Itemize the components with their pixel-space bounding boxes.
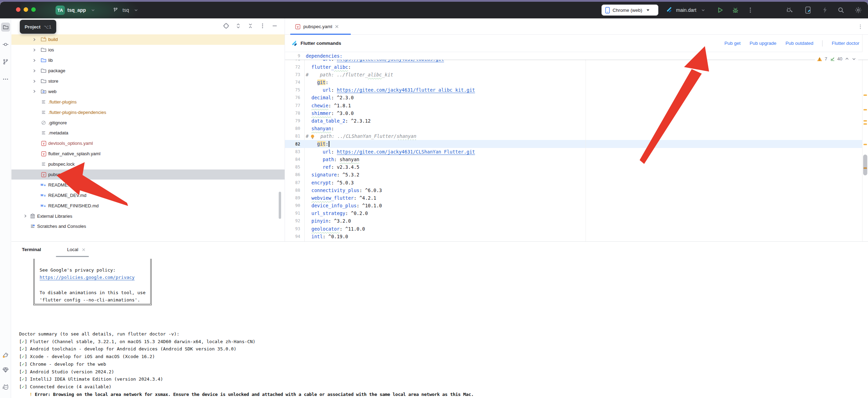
- tree-row-package[interactable]: package: [11, 66, 285, 76]
- code-line-86[interactable]: 86 signature: ^5.3.2: [285, 171, 868, 179]
- code-line-77[interactable]: 77 chewie: ^1.8.1: [285, 102, 868, 109]
- code-editor[interactable]: 7 40 9 dependencies: 71 url: https://git…: [285, 52, 868, 241]
- tree-row-store[interactable]: store: [11, 76, 285, 86]
- close-terminal-tab-icon[interactable]: [82, 248, 85, 251]
- pen-plugin-icon[interactable]: [1, 351, 10, 360]
- tree-row-readme-dev-md[interactable]: MREADME_DEV.md: [11, 190, 285, 200]
- code-line-89[interactable]: 89 webview_flutter: ^4.2.1: [285, 194, 868, 202]
- more-actions-button[interactable]: [746, 6, 755, 15]
- chevron-right-icon[interactable]: [32, 47, 37, 53]
- run-button[interactable]: [716, 6, 725, 15]
- warning-tick[interactable]: [863, 120, 867, 122]
- code-line-78[interactable]: 78 shimmer: ^3.0.0: [285, 109, 868, 117]
- chevron-right-icon[interactable]: [32, 58, 37, 63]
- code-line-79[interactable]: 79 data_table_2: ^2.3.12: [285, 117, 868, 125]
- device-selector[interactable]: Chrome (web): [601, 5, 658, 16]
- pub-upgrade-button[interactable]: Pub upgrade: [750, 41, 776, 46]
- next-problem-icon[interactable]: [852, 57, 856, 61]
- code-line-92[interactable]: 92 pinyin: ^3.2.0: [285, 217, 868, 225]
- chevron-right-icon[interactable]: [23, 213, 28, 219]
- code-link[interactable]: https://gitee.com/jacky4631/tobias.git: [337, 60, 444, 62]
- intention-bulb-icon[interactable]: [310, 134, 315, 139]
- inspections-widget[interactable]: 7 40: [815, 55, 858, 63]
- code-line-85[interactable]: 85 ref: v2.3.4.5: [285, 163, 868, 171]
- code-line-91[interactable]: 91 url_strategy: ^0.2.0: [285, 209, 868, 217]
- tree-row-devtools-options-yaml[interactable]: Ydevtools_options.yaml: [11, 138, 285, 149]
- flutter-attach-icon[interactable]: [785, 6, 794, 15]
- sticky-line[interactable]: 9 dependencies:: [285, 52, 868, 60]
- tree-row-readme-md[interactable]: MREADME.md: [11, 180, 285, 190]
- code-line-81[interactable]: 81# path: ../CLShanYan_Flutter/shanyan: [285, 132, 868, 140]
- code-line-75[interactable]: 75 url: https://gitee.com/jacky4631/flut…: [285, 86, 868, 94]
- search-everywhere-icon[interactable]: [836, 6, 845, 15]
- code-line-90[interactable]: 90 device_info_plus: ^10.1.0: [285, 202, 868, 209]
- more-tools-icon[interactable]: [1, 75, 10, 84]
- chevron-right-icon[interactable]: [32, 68, 37, 74]
- code-line-73[interactable]: 73# path: ../flutter_alibc_kit: [285, 71, 868, 78]
- expand-all-icon[interactable]: [234, 22, 242, 30]
- editor-scrollbar-thumb[interactable]: [863, 155, 867, 175]
- terminal-tab-local[interactable]: Local: [67, 247, 85, 252]
- flutter-devtools-icon[interactable]: [803, 6, 812, 15]
- close-tab-icon[interactable]: [335, 25, 339, 28]
- code-line-74[interactable]: 74 git:: [285, 78, 868, 86]
- debug-button[interactable]: [731, 6, 740, 15]
- vcs-icon[interactable]: [1, 57, 10, 66]
- chevron-right-icon[interactable]: [32, 37, 37, 42]
- code-line-76[interactable]: 76 decimal: ^2.3.0: [285, 94, 868, 101]
- code-line-80[interactable]: 80 shanyan:: [285, 125, 868, 132]
- settings-gear-icon[interactable]: [854, 6, 863, 15]
- tree-row-readme-finished-md[interactable]: MREADME_FINISHED.md: [11, 200, 285, 211]
- maximize-window-button[interactable]: [31, 7, 36, 12]
- warning-tick[interactable]: [863, 144, 867, 145]
- cat-plugin-icon[interactable]: [1, 383, 10, 392]
- code-link[interactable]: https://gitee.com/jacky4631/flutter_alib…: [337, 87, 475, 93]
- tree-row-flutter-native-splash-yaml[interactable]: Yflutter_native_splash.yaml: [11, 149, 285, 159]
- editor-tab-pubspec[interactable]: Y pubspec.yaml: [290, 18, 344, 35]
- terminal-link[interactable]: https://policies.google.com/privacy: [40, 275, 135, 280]
- editor-error-stripe[interactable]: [862, 35, 868, 241]
- tree-row-build[interactable]: ✳build: [11, 34, 285, 45]
- tree-row-scratches-and-consoles[interactable]: 0Scratches and Consoles: [11, 221, 285, 232]
- code-line-87[interactable]: 87 encrypt: ^5.0.3: [285, 179, 868, 186]
- chevron-right-icon[interactable]: [32, 78, 37, 84]
- code-line-83[interactable]: 83 url: https://gitee.com/jacky4631/CLSh…: [285, 148, 868, 156]
- hide-panel-icon[interactable]: [271, 22, 278, 30]
- tree-row-pubspec-lock[interactable]: pubspec.lock: [11, 159, 285, 169]
- branch-widget[interactable]: tsq: [111, 2, 141, 18]
- code-link[interactable]: https://gitee.com/jacky4631/CLShanYan_Fl…: [337, 149, 475, 155]
- tree-row-external-libraries[interactable]: External Libraries: [11, 211, 285, 221]
- pub-outdated-button[interactable]: Pub outdated: [785, 41, 813, 46]
- tree-row-web[interactable]: web: [11, 86, 285, 97]
- code-line-94[interactable]: 94 intl: ^0.19.0: [285, 233, 868, 240]
- warning-tick[interactable]: [863, 109, 867, 110]
- minimize-window-button[interactable]: [24, 7, 28, 12]
- collapse-all-icon[interactable]: [246, 22, 254, 30]
- code-line-71[interactable]: 71 url: https://gitee.com/jacky4631/tobi…: [285, 60, 868, 63]
- flutter-doctor-button[interactable]: Flutter doctor: [832, 41, 859, 46]
- warning-tick[interactable]: [863, 123, 867, 125]
- tab-list-icon[interactable]: [856, 23, 865, 31]
- project-widget[interactable]: TA tsq_app: [56, 2, 98, 18]
- locate-file-icon[interactable]: [222, 22, 230, 30]
- project-folder-icon[interactable]: [1, 23, 10, 32]
- tree-row--metadata[interactable]: .metadata: [11, 128, 285, 138]
- panel-options-icon[interactable]: [259, 22, 266, 30]
- warning-tick[interactable]: [863, 167, 867, 169]
- tree-row--flutter-plugins[interactable]: .flutter-plugins: [11, 97, 285, 107]
- code-line-93[interactable]: 93 geolocator: ^11.0.0: [285, 225, 868, 233]
- code-line-84[interactable]: 84 path: shanyan: [285, 156, 868, 163]
- warning-tick[interactable]: [863, 94, 867, 96]
- tree-row--flutter-plugins-dependencies[interactable]: .flutter-plugins-dependencies: [11, 107, 285, 117]
- prev-problem-icon[interactable]: [845, 57, 849, 61]
- code-line-82[interactable]: 82 git:: [285, 140, 868, 148]
- tree-row-ios[interactable]: ios: [11, 45, 285, 55]
- code-line-88[interactable]: 88 connectivity_plus: ^6.0.3: [285, 186, 868, 194]
- terminal-panel-title[interactable]: Terminal: [22, 247, 41, 252]
- close-window-button[interactable]: [16, 7, 20, 12]
- tree-row-pubspec-yaml[interactable]: Ypubspec.yaml: [11, 169, 285, 180]
- tree-row--gitignore[interactable]: .gitignore: [11, 117, 285, 128]
- commit-icon[interactable]: [1, 40, 10, 49]
- pub-get-button[interactable]: Pub get: [724, 41, 741, 46]
- tree-row-lib[interactable]: lib: [11, 55, 285, 66]
